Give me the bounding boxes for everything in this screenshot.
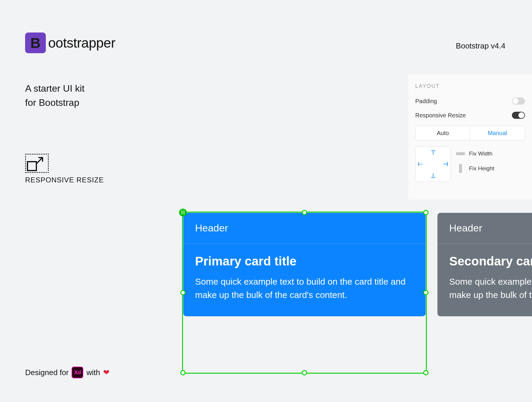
secondary-card-body: Secondary card title Some quick example … <box>437 244 532 316</box>
responsive-resize-toggle[interactable] <box>512 112 525 119</box>
constraint-direction-control[interactable]: ⊤ ⊥ ⊢ ⊣ <box>415 146 451 182</box>
fix-height-row[interactable]: Fix Height <box>456 164 525 173</box>
secondary-card-header: Header <box>437 213 532 244</box>
responsive-row: Responsive Resize <box>415 112 525 119</box>
fix-options: Fix Width Fix Height <box>456 146 525 182</box>
selection-handle[interactable] <box>180 370 186 375</box>
fix-width-row[interactable]: Fix Width <box>456 150 525 157</box>
heart-icon: ❤ <box>103 368 110 377</box>
version-label: Bootstrap v4.4 <box>456 41 505 51</box>
constraint-bottom-icon[interactable]: ⊥ <box>431 172 436 179</box>
resize-mode-segmented-control: Auto Manual <box>415 126 525 140</box>
selection-handle[interactable] <box>302 370 307 375</box>
primary-card-body: Primary card title Some quick example te… <box>183 244 426 316</box>
resize-mode-manual-button[interactable]: Manual <box>470 126 525 140</box>
tagline: A starter UI kit for Bootstrap <box>25 81 85 110</box>
cards-area: Header Primary card title Some quick exa… <box>183 213 532 316</box>
logo: B ootstrapper <box>25 33 115 53</box>
resize-mode-auto-button[interactable]: Auto <box>416 126 470 140</box>
footer-pre: Designed for <box>25 368 69 377</box>
layout-panel-heading: LAYOUT <box>415 83 525 89</box>
footer-mid: with <box>86 368 100 377</box>
primary-card-title: Primary card title <box>195 254 414 268</box>
responsive-resize-icon <box>25 154 49 173</box>
responsive-resize-feature: RESPONSIVE RESIZE <box>25 154 104 184</box>
secondary-card[interactable]: Header Secondary card title Some quick e… <box>437 213 532 316</box>
xd-badge-icon: Xd <box>72 367 83 378</box>
padding-row: Padding <box>415 98 525 105</box>
padding-toggle[interactable] <box>512 98 525 105</box>
constraints-area: ⊤ ⊥ ⊢ ⊣ Fix Width Fix Height <box>415 146 525 182</box>
responsive-resize-toggle-label: Responsive Resize <box>415 112 466 119</box>
responsive-resize-label: RESPONSIVE RESIZE <box>25 176 104 184</box>
primary-card[interactable]: Header Primary card title Some quick exa… <box>183 213 426 316</box>
constraint-right-icon[interactable]: ⊣ <box>443 161 448 168</box>
logo-text: ootstrapper <box>48 35 115 51</box>
fix-width-label: Fix Width <box>469 150 492 157</box>
constraint-left-icon[interactable]: ⊢ <box>418 161 423 168</box>
padding-label: Padding <box>415 98 437 105</box>
footer-credit: Designed for Xd with ❤ <box>25 367 110 378</box>
tagline-line1: A starter UI kit <box>25 81 85 95</box>
secondary-card-text: Some quick example text to build on the … <box>449 275 532 302</box>
fix-height-icon <box>459 164 462 173</box>
selection-handle[interactable] <box>423 370 429 375</box>
layout-panel: LAYOUT Padding Responsive Resize Auto Ma… <box>408 74 532 200</box>
logo-badge: B <box>25 33 46 53</box>
fix-height-label: Fix Height <box>469 165 494 172</box>
fix-width-icon <box>456 152 465 155</box>
secondary-card-title: Secondary card title <box>449 254 532 268</box>
constraint-top-icon[interactable]: ⊤ <box>431 149 436 156</box>
primary-card-header: Header <box>183 213 426 244</box>
tagline-line2: for Bootstrap <box>25 95 85 110</box>
primary-card-text: Some quick example text to build on the … <box>195 275 414 302</box>
